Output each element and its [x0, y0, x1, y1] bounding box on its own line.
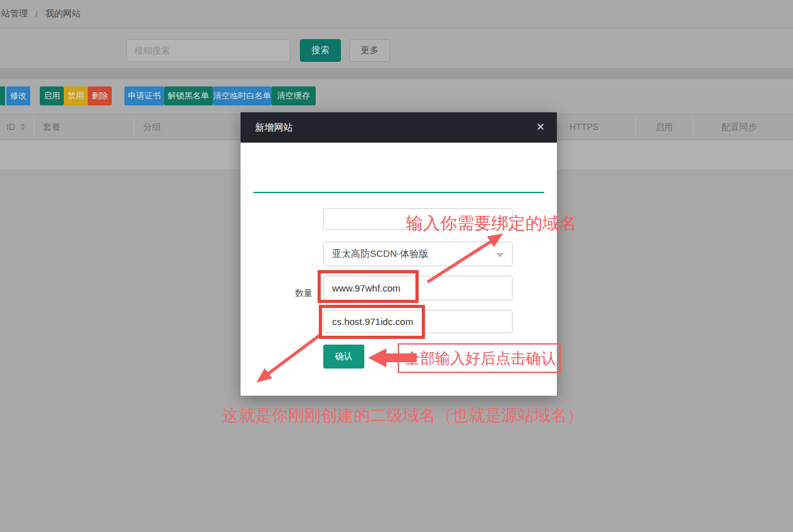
sort-icon[interactable]	[20, 123, 25, 131]
column-header-id[interactable]: ID	[6, 114, 25, 139]
modal-divider-line	[253, 192, 544, 193]
unlock-blacklist-button[interactable]: 解锁黑名单	[164, 86, 213, 105]
clipped-left-button[interactable]	[0, 86, 5, 105]
annotation-bind-domain: 输入你需要绑定的域名	[406, 212, 576, 235]
annotation-confirm-tip: 全部输入好后点击确认	[398, 343, 561, 373]
search-section: 搜索 更多	[0, 29, 793, 68]
action-toolbar: 修改 启用 禁用 删除 申请证书 解锁黑名单 清空临时白名单 清空缓存	[0, 80, 793, 114]
disable-button[interactable]: 禁用	[64, 86, 88, 105]
annotation-origin-note: 这就是你刚刚创建的二级域名（也就是源站域名）	[222, 405, 583, 427]
modal-header: 新增网站 ✕	[241, 112, 557, 143]
column-header-id-label: ID	[6, 114, 15, 139]
fuzzy-search-input[interactable]	[126, 39, 290, 62]
breadcrumb-item-my-websites: 我的网站	[45, 8, 81, 20]
column-header-group: 分组	[143, 114, 161, 139]
confirm-button[interactable]: 确认	[323, 345, 364, 369]
column-divider	[635, 117, 636, 137]
clear-temp-whitelist-button[interactable]: 清空临时白名单	[213, 86, 271, 105]
modal-title: 新增网站	[255, 122, 293, 134]
quantity-label: 数量	[295, 288, 313, 299]
annotation-box-domain	[318, 270, 419, 303]
breadcrumb-separator: /	[35, 9, 38, 19]
column-header-enable: 启用	[655, 114, 673, 139]
column-divider	[134, 117, 134, 137]
column-header-plan: 套餐	[43, 114, 61, 139]
annotation-box-origin	[319, 305, 425, 339]
website-management-page: 站管理 / 我的网站 搜索 更多 修改 启用 禁用 删除 申请证书 解锁黑名单 …	[0, 0, 793, 532]
breadcrumb: 站管理 / 我的网站	[0, 0, 793, 28]
search-button[interactable]: 搜索	[300, 39, 341, 62]
enable-button[interactable]: 启用	[40, 86, 64, 105]
breadcrumb-item-site-management[interactable]: 站管理	[1, 8, 28, 20]
close-icon[interactable]: ✕	[534, 121, 547, 134]
plan-select-value: 亚太高防SCDN-体验版	[332, 248, 429, 260]
more-button[interactable]: 更多	[349, 39, 390, 62]
plan-select[interactable]: 亚太高防SCDN-体验版	[323, 242, 513, 266]
apply-cert-button[interactable]: 申请证书	[124, 86, 164, 105]
column-divider	[693, 117, 693, 137]
section-gap	[0, 68, 793, 80]
column-header-https: HTTPS	[569, 114, 599, 139]
column-header-sync: 配置同步	[722, 114, 757, 139]
chevron-down-icon	[496, 253, 504, 257]
edit-button[interactable]: 修改	[6, 86, 30, 105]
delete-button[interactable]: 删除	[88, 86, 112, 105]
clear-cache-button[interactable]: 清空缓存	[271, 86, 316, 105]
column-divider	[33, 117, 34, 137]
